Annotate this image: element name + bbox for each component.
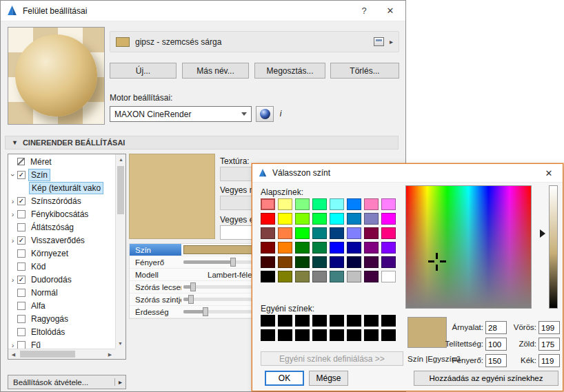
custom-color-swatch[interactable] [381, 315, 396, 327]
basic-color-swatch[interactable] [381, 256, 396, 268]
checkbox-unchecked[interactable] [17, 262, 26, 271]
tree-horizontal-scrollbar[interactable]: ◀ ▶ [8, 349, 115, 359]
cinerender-section-header[interactable]: ▼ CINERENDER BEÁLLÍTÁSAI [5, 136, 399, 149]
basic-color-swatch[interactable] [295, 213, 310, 225]
basic-color-swatch[interactable] [381, 271, 396, 282]
material-selector[interactable]: gipsz - szemcsés sárga ▸ [110, 31, 399, 52]
custom-color-swatch[interactable] [347, 329, 361, 341]
tree-item-kep-texturalt-vako[interactable]: Kép (texturált vako [21, 181, 115, 194]
tree-item-fu[interactable]: ›Fű [8, 338, 115, 349]
basic-color-swatch[interactable] [278, 256, 292, 268]
luminance-bar[interactable] [549, 185, 558, 309]
custom-color-swatch[interactable] [295, 315, 310, 327]
checkbox-unchecked[interactable] [17, 302, 26, 310]
custom-color-swatch[interactable] [347, 315, 361, 327]
tree-vertical-scrollbar[interactable]: ▲ ▼ [115, 154, 125, 349]
checkbox-unchecked[interactable] [17, 223, 26, 231]
basic-color-swatch[interactable] [278, 198, 292, 210]
custom-color-swatch[interactable] [312, 315, 327, 327]
slider-thumb[interactable] [230, 258, 236, 267]
slider-thumb[interactable] [188, 295, 194, 304]
material-settings-icon[interactable] [374, 37, 384, 46]
basic-color-swatch[interactable] [347, 227, 361, 239]
basic-color-swatch[interactable] [278, 213, 292, 225]
blue-input[interactable] [538, 354, 560, 367]
expander-closed-icon[interactable]: › [8, 197, 17, 205]
color-dialog-titlebar[interactable]: Válasszon színt ✕ [252, 164, 563, 183]
basic-color-swatch[interactable] [381, 198, 396, 210]
horizontal-scroll-thumb[interactable] [20, 351, 75, 358]
tree-item-normal[interactable]: Normál [8, 286, 115, 299]
property-row-modell[interactable]: ModellLambert-féle [130, 269, 266, 281]
material-menu-arrow-icon[interactable]: ▸ [390, 38, 393, 45]
help-button[interactable]: ? [353, 1, 375, 21]
expander-open-icon[interactable]: › [9, 170, 17, 179]
engine-select[interactable]: MAXON CineRender [110, 106, 252, 122]
close-button[interactable]: ✕ [379, 1, 401, 21]
basic-color-swatch[interactable] [295, 256, 310, 268]
basic-color-swatch[interactable] [364, 227, 379, 239]
tree-item-szin[interactable]: ›✓Szín [8, 168, 115, 181]
luminance-input[interactable] [485, 354, 507, 367]
basic-color-swatch[interactable] [295, 242, 310, 254]
tree-item-atlatszosag[interactable]: Átlátszóság [8, 220, 115, 234]
checkbox-unchecked[interactable] [17, 341, 26, 349]
basic-color-swatch[interactable] [261, 227, 275, 239]
basic-color-swatch[interactable] [364, 256, 379, 268]
share-button[interactable]: Megosztás... [254, 63, 325, 79]
vertical-scroll-thumb[interactable] [117, 166, 124, 214]
basic-color-swatch[interactable] [347, 242, 361, 254]
basic-color-swatch[interactable] [312, 213, 327, 225]
red-input[interactable] [538, 321, 560, 334]
ok-button[interactable]: OK [265, 371, 304, 386]
basic-color-swatch[interactable] [295, 198, 310, 210]
property-row-erdesseg[interactable]: Érdesség [130, 306, 266, 318]
hue-saturation-field[interactable] [405, 185, 532, 309]
luminance-slider-arrow[interactable] [540, 229, 545, 238]
expander-closed-icon[interactable]: › [8, 341, 17, 349]
tree-item-eltolodas[interactable]: Eltolódás [8, 325, 115, 338]
engine-info-button[interactable]: i [275, 106, 286, 122]
engine-settings-button[interactable] [256, 106, 274, 122]
custom-color-swatch[interactable] [295, 329, 310, 341]
tree-item-meret[interactable]: Méret [8, 155, 115, 168]
cancel-button[interactable]: Mégse [309, 371, 348, 386]
basic-color-swatch[interactable] [364, 242, 379, 254]
basic-color-swatch[interactable] [312, 227, 327, 239]
checkbox-checked[interactable]: ✓ [17, 276, 26, 284]
texture-thumbnail[interactable] [129, 154, 215, 239]
hue-input[interactable] [485, 321, 507, 334]
checkbox-unchecked[interactable] [17, 315, 26, 323]
basic-color-swatch[interactable] [261, 213, 275, 225]
custom-color-swatch[interactable] [364, 329, 379, 341]
scroll-right-icon[interactable]: ▶ [105, 349, 115, 360]
checkbox-unchecked[interactable] [17, 289, 26, 297]
saturation-input[interactable] [485, 338, 507, 351]
new-button[interactable]: Új... [110, 63, 177, 79]
basic-color-swatch[interactable] [381, 242, 396, 254]
basic-color-swatch[interactable] [347, 198, 361, 210]
tree-item-alfa[interactable]: Alfa [8, 299, 115, 312]
tree-item-dudorodas[interactable]: ›✓Dudorodás [8, 273, 115, 286]
green-input[interactable] [538, 338, 560, 351]
basic-color-swatch[interactable] [347, 271, 361, 282]
tree-item-fenykibocsatas[interactable]: ›Fénykibocsátás [8, 207, 115, 220]
checkbox-unchecked[interactable] [17, 249, 26, 258]
basic-color-swatch[interactable] [295, 271, 310, 282]
basic-color-swatch[interactable] [364, 271, 379, 282]
custom-color-swatch[interactable] [364, 315, 379, 327]
expander-closed-icon[interactable]: › [8, 210, 17, 218]
checkbox-unchecked[interactable] [17, 210, 26, 218]
basic-color-swatch[interactable] [261, 242, 275, 254]
basic-color-swatch[interactable] [278, 271, 292, 282]
basic-color-swatch[interactable] [330, 227, 344, 239]
tree-item-ragyogas[interactable]: Ragyogás [8, 312, 115, 325]
basic-color-swatch[interactable] [261, 271, 275, 282]
checkbox-checked[interactable]: ✓ [17, 171, 26, 179]
checkbox-unchecked[interactable] [17, 328, 26, 336]
tree-item-szinszorodas[interactable]: ›✓Színszóródás [8, 194, 115, 207]
slider-thumb[interactable] [203, 307, 208, 316]
scroll-left-icon[interactable]: ◀ [8, 349, 19, 360]
add-to-custom-colors-button[interactable]: Hozzáadás az egyéni színekhez [414, 371, 558, 386]
basic-color-swatch[interactable] [278, 227, 292, 239]
